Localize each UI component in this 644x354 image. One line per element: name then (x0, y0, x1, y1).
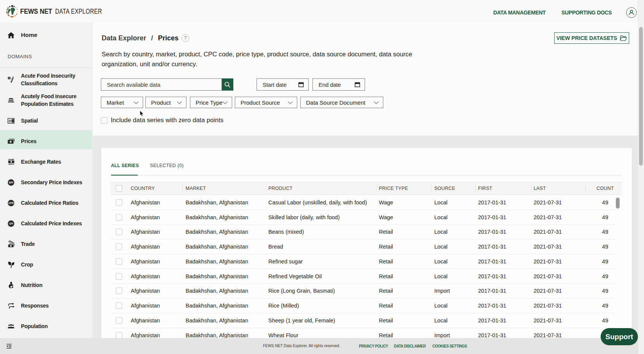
svg-text:SPI: SPI (9, 181, 13, 184)
svg-text:CPI: CPI (9, 222, 13, 225)
svg-text:CPR: CPR (8, 202, 14, 204)
